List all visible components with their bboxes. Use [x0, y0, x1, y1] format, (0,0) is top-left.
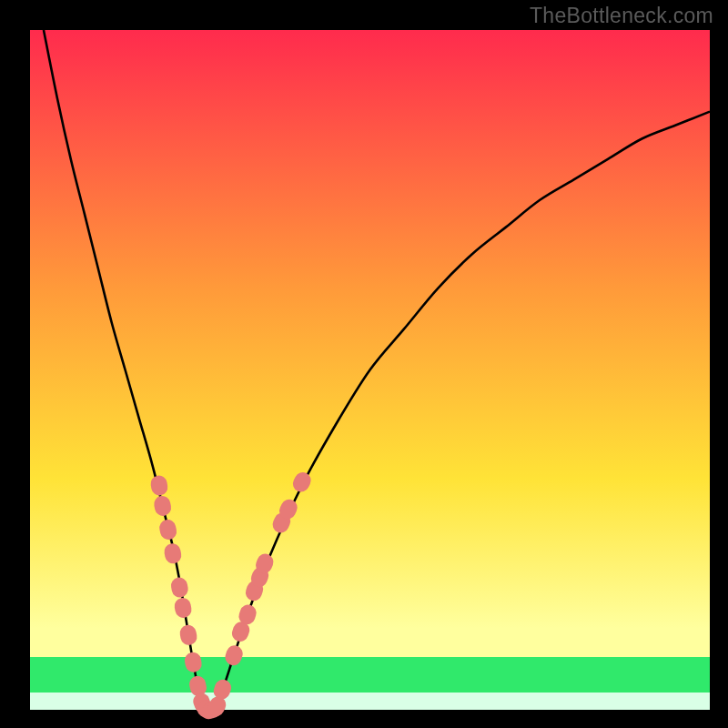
curve-marker [173, 596, 193, 619]
chart-frame: TheBottleneck.com [0, 0, 728, 728]
curve-marker [149, 474, 168, 497]
watermark-text: TheBottleneck.com [530, 4, 713, 28]
curve-marker [163, 542, 183, 565]
curve-marker [178, 623, 198, 646]
curve-marker [183, 651, 203, 673]
curve-markers [149, 470, 314, 723]
curve-marker [153, 494, 173, 517]
curve-marker [158, 518, 178, 541]
plot-area [30, 30, 710, 710]
bottleneck-curve [44, 30, 710, 712]
curve-marker [169, 576, 189, 599]
curve-layer [30, 30, 710, 710]
curve-marker [223, 643, 245, 667]
curve-marker [290, 470, 314, 495]
